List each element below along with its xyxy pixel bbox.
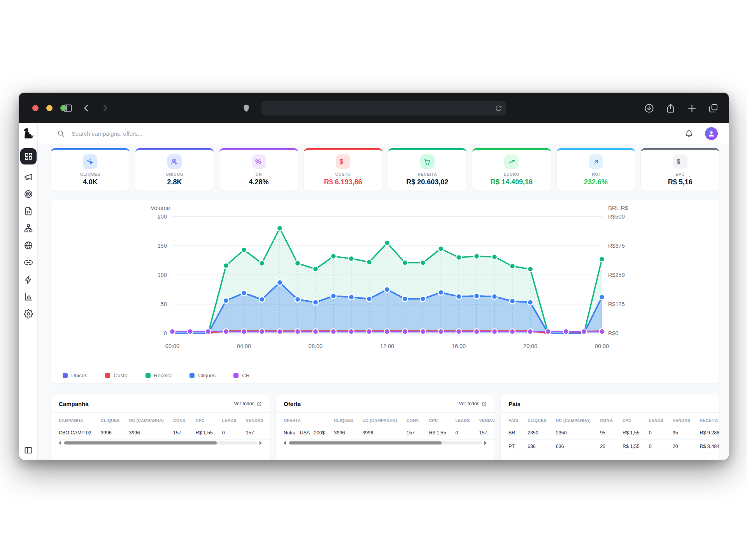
table-cell: R$ 3.484,10	[700, 440, 719, 453]
column-header: VENDAS	[673, 414, 700, 426]
legend-item-custo[interactable]: Custo	[105, 373, 127, 378]
sidebar-item-settings[interactable]	[24, 309, 33, 318]
table-cell: 0	[649, 426, 673, 440]
column-header: LEADS	[222, 414, 246, 426]
sidebar-item-dashboard[interactable]	[20, 148, 37, 164]
column-header: CLIQUES	[101, 414, 129, 426]
minimize-window-button[interactable]	[46, 105, 53, 111]
table-cell: R$ 1,55	[429, 426, 456, 440]
legend-item-cliques[interactable]: Cliques	[189, 373, 216, 378]
tab-overview-icon[interactable]	[708, 103, 719, 114]
table-cell: R$ 1,55	[622, 440, 649, 453]
sidebar-item-flows[interactable]	[24, 224, 33, 233]
svg-text:00:00: 00:00	[595, 343, 609, 349]
svg-text:0: 0	[164, 330, 167, 336]
legend-item-cr[interactable]: CR	[233, 373, 250, 378]
ver-todos-link[interactable]: Ver todos	[459, 401, 487, 406]
scrollbar-thumb[interactable]	[289, 441, 442, 444]
megaphone-icon	[24, 172, 33, 182]
svg-text:BRL R$: BRL R$	[608, 205, 629, 211]
search-icon	[57, 130, 65, 137]
globe-icon	[24, 241, 33, 250]
forward-button[interactable]	[100, 103, 110, 113]
ver-todos-link[interactable]: Ver todos	[234, 401, 262, 406]
new-tab-icon[interactable]	[687, 103, 697, 114]
horizontal-scrollbar	[276, 440, 494, 445]
table-cell: 0	[455, 426, 479, 440]
sidebar-item-offers[interactable]	[24, 189, 33, 199]
column-header: CLIQUES	[334, 414, 363, 426]
close-window-button[interactable]	[32, 105, 39, 111]
user-avatar[interactable]	[705, 127, 718, 140]
table-row[interactable]: BR2350235095R$ 1,55095R$ 9.288,09	[509, 426, 719, 440]
legend-swatch	[105, 373, 110, 378]
column-header: LEADS	[649, 414, 673, 426]
scrollbar-track[interactable]	[289, 441, 482, 444]
scrollbar-track[interactable]	[64, 441, 257, 444]
kpi-label: LUCRO	[504, 172, 520, 177]
downloads-icon[interactable]	[644, 103, 654, 114]
svg-text:20:00: 20:00	[523, 343, 537, 349]
sidebar-item-campaigns[interactable]	[24, 172, 33, 182]
sidebar-item-links[interactable]	[24, 258, 33, 267]
scroll-right-arrow[interactable]	[260, 441, 262, 445]
legend-swatch	[63, 373, 68, 378]
reload-icon[interactable]	[495, 105, 502, 112]
svg-text:04:00: 04:00	[237, 343, 251, 349]
sidebar-collapse-icon[interactable]	[24, 446, 33, 455]
kpi-card-custo: $CUSTOR$ 6.193,86	[304, 148, 382, 191]
privacy-shield-icon[interactable]	[242, 104, 251, 112]
table-cell: 3996	[334, 426, 363, 440]
kpi-label: RECEITA	[417, 172, 437, 177]
svg-text:50: 50	[161, 301, 167, 307]
table-cell: 95	[673, 426, 700, 440]
kpi-card-receita: RECEITAR$ 20.603,02	[388, 148, 467, 191]
table-card-oferta: OfertaVer todosOFERTACLIQUESUC (CAMPANHA…	[276, 395, 494, 460]
legend-swatch	[233, 373, 238, 378]
legend-swatch	[146, 373, 151, 378]
address-bar[interactable]	[261, 101, 506, 116]
table-row[interactable]: CBO CAMP 0239963996157R$ 1,550157R	[59, 426, 270, 440]
svg-text:R$375: R$375	[608, 243, 625, 249]
sidebar-item-landers[interactable]	[24, 206, 33, 216]
share-icon[interactable]	[665, 103, 676, 114]
kpi-card-lucro: LUCROR$ 14.409,16	[472, 148, 551, 191]
legend-label: Receita	[154, 373, 172, 378]
scroll-left-arrow[interactable]	[59, 441, 61, 445]
table-row[interactable]: PT63663620R$ 1,55020R$ 3.484,10	[509, 440, 719, 453]
sidebar-item-automation[interactable]	[24, 275, 33, 284]
sidebar-item-domains[interactable]	[24, 241, 33, 250]
table-cell: R$ 1,55	[196, 426, 222, 440]
kpi-card-cliques: CLIQUES4.0K	[51, 148, 130, 191]
notifications-bell-icon[interactable]	[685, 130, 693, 138]
column-header: CAMPANHA	[59, 414, 101, 426]
svg-text:00:00: 00:00	[165, 343, 179, 349]
search-input[interactable]	[71, 130, 273, 137]
kpi-value: R$ 5,16	[668, 178, 693, 186]
svg-text:R$500: R$500	[608, 214, 625, 220]
external-link-icon	[482, 401, 487, 406]
chart-canvas[interactable]: 0R$050R$125100R$250150R$375200R$500Volum…	[51, 200, 719, 383]
legend-item-únicos[interactable]: Únicos	[63, 373, 87, 378]
kpi-label: CUSTO	[335, 172, 351, 177]
toggle-sidebar-icon[interactable]	[63, 103, 73, 113]
table-cell: 0	[649, 440, 673, 453]
file-code-icon	[24, 206, 33, 216]
zap-icon	[24, 275, 33, 284]
scroll-left-arrow[interactable]	[284, 441, 286, 445]
kpi-label: ROI	[592, 172, 600, 177]
cursor-click-icon	[83, 154, 97, 169]
column-header: CONV.	[407, 414, 429, 426]
column-header: UC (CAMPANHA)	[362, 414, 406, 426]
scroll-right-arrow[interactable]	[484, 441, 487, 445]
table-row[interactable]: Nutra - USA - 200$39963996157R$ 1,550157	[284, 426, 494, 440]
back-button[interactable]	[81, 103, 91, 113]
column-header: VENDAS	[246, 414, 270, 426]
app-logo[interactable]	[19, 123, 38, 144]
target-icon	[24, 189, 33, 199]
scrollbar-thumb[interactable]	[64, 441, 217, 444]
sidebar-item-reports[interactable]	[24, 292, 33, 301]
legend-item-receita[interactable]: Receita	[146, 373, 172, 378]
ver-todos-label: Ver todos	[234, 401, 254, 406]
chart-legend: ÚnicosCustoReceitaCliquesCR	[63, 373, 250, 378]
